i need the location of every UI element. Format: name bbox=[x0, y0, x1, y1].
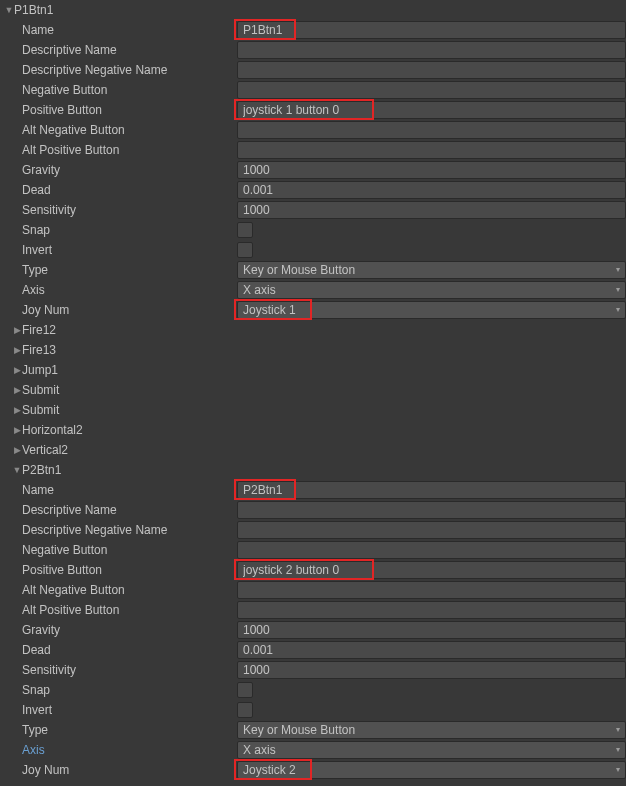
value-cell bbox=[237, 200, 626, 220]
type-dropdown[interactable]: Key or Mouse Button▾ bbox=[237, 721, 626, 739]
foldout-right-icon[interactable]: ▶ bbox=[12, 385, 22, 395]
name-input[interactable] bbox=[237, 21, 626, 39]
descriptive-negative-name-input[interactable] bbox=[237, 521, 626, 539]
name-input[interactable] bbox=[237, 481, 626, 499]
negative-button-input[interactable] bbox=[237, 81, 626, 99]
value-cell bbox=[237, 40, 626, 60]
property-row-negative-button: Negative Button bbox=[0, 540, 626, 560]
joy-num-dropdown[interactable]: Joystick 2▾ bbox=[237, 761, 626, 779]
dead-input[interactable] bbox=[237, 181, 626, 199]
property-label: Alt Negative Button bbox=[22, 123, 125, 137]
property-label: Dead bbox=[22, 643, 51, 657]
property-label: Negative Button bbox=[22, 83, 107, 97]
property-label: Descriptive Name bbox=[22, 503, 117, 517]
property-label: Snap bbox=[22, 223, 50, 237]
header-label[interactable]: Horizontal2 bbox=[22, 423, 83, 437]
header-label[interactable]: P1Btn1 bbox=[14, 3, 53, 17]
property-label: Axis bbox=[22, 283, 45, 297]
label-cell: Negative Button bbox=[4, 80, 237, 100]
property-row-descriptive-negative-name: Descriptive Negative Name bbox=[0, 60, 626, 80]
chevron-down-icon: ▾ bbox=[616, 302, 620, 318]
snap-checkbox[interactable] bbox=[237, 222, 253, 238]
descriptive-name-input[interactable] bbox=[237, 501, 626, 519]
alt-negative-button-input[interactable] bbox=[237, 581, 626, 599]
foldout-right-icon[interactable]: ▶ bbox=[12, 425, 22, 435]
invert-checkbox[interactable] bbox=[237, 702, 253, 718]
negative-button-input[interactable] bbox=[237, 541, 626, 559]
property-label: Type bbox=[22, 723, 48, 737]
chevron-down-icon: ▾ bbox=[616, 262, 620, 278]
type-dropdown[interactable]: Key or Mouse Button▾ bbox=[237, 261, 626, 279]
property-row-submit: ▶Submit bbox=[0, 380, 626, 400]
property-label: Dead bbox=[22, 183, 51, 197]
header-label[interactable]: Submit bbox=[22, 383, 59, 397]
gravity-input[interactable] bbox=[237, 621, 626, 639]
value-cell bbox=[237, 560, 626, 580]
foldout-down-icon[interactable]: ▼ bbox=[12, 465, 22, 475]
property-row-dead: Dead bbox=[0, 640, 626, 660]
header-label[interactable]: Fire12 bbox=[22, 323, 56, 337]
property-row-alt-positive-button: Alt Positive Button bbox=[0, 600, 626, 620]
dropdown-value: Joystick 2 bbox=[243, 762, 296, 778]
foldout-right-icon[interactable]: ▶ bbox=[12, 325, 22, 335]
property-label: Type bbox=[22, 263, 48, 277]
snap-checkbox[interactable] bbox=[237, 682, 253, 698]
property-row-positive-button: Positive Button bbox=[0, 100, 626, 120]
alt-positive-button-input[interactable] bbox=[237, 141, 626, 159]
foldout-right-icon[interactable]: ▶ bbox=[12, 365, 22, 375]
value-cell bbox=[237, 100, 626, 120]
label-cell: Joy Num bbox=[4, 760, 237, 780]
label-cell: Descriptive Name bbox=[4, 40, 237, 60]
header-label[interactable]: Jump1 bbox=[22, 363, 58, 377]
foldout-right-icon[interactable]: ▶ bbox=[12, 345, 22, 355]
positive-button-input[interactable] bbox=[237, 101, 626, 119]
header-label[interactable]: Fire13 bbox=[22, 343, 56, 357]
invert-checkbox[interactable] bbox=[237, 242, 253, 258]
axis-dropdown[interactable]: X axis▾ bbox=[237, 741, 626, 759]
sensitivity-input[interactable] bbox=[237, 661, 626, 679]
foldout-right-icon[interactable]: ▶ bbox=[12, 445, 22, 455]
foldout-down-icon[interactable]: ▼ bbox=[4, 5, 14, 15]
descriptive-negative-name-input[interactable] bbox=[237, 61, 626, 79]
property-label: Alt Negative Button bbox=[22, 583, 125, 597]
label-cell: Axis bbox=[4, 280, 237, 300]
header-label[interactable]: Submit bbox=[22, 403, 59, 417]
header-label[interactable]: P2Btn1 bbox=[22, 463, 61, 477]
value-cell bbox=[237, 640, 626, 660]
label-cell: ▼P1Btn1 bbox=[4, 0, 237, 20]
sensitivity-input[interactable] bbox=[237, 201, 626, 219]
joy-num-dropdown[interactable]: Joystick 1▾ bbox=[237, 301, 626, 319]
gravity-input[interactable] bbox=[237, 161, 626, 179]
property-row-snap: Snap bbox=[0, 680, 626, 700]
label-cell: Invert bbox=[4, 700, 237, 720]
axis-dropdown[interactable]: X axis▾ bbox=[237, 281, 626, 299]
value-cell: X axis▾ bbox=[237, 280, 626, 300]
label-cell: Alt Positive Button bbox=[4, 140, 237, 160]
descriptive-name-input[interactable] bbox=[237, 41, 626, 59]
alt-positive-button-input[interactable] bbox=[237, 601, 626, 619]
property-label: Name bbox=[22, 483, 54, 497]
property-label: Joy Num bbox=[22, 303, 69, 317]
value-cell bbox=[237, 480, 626, 500]
label-cell: Snap bbox=[4, 680, 237, 700]
property-row-fire13: ▶Fire13 bbox=[0, 340, 626, 360]
property-row-gravity: Gravity bbox=[0, 620, 626, 640]
property-row-axis: AxisX axis▾ bbox=[0, 740, 626, 760]
label-cell: Invert bbox=[4, 240, 237, 260]
label-cell: ▶Submit bbox=[4, 400, 237, 420]
label-cell: Positive Button bbox=[4, 100, 237, 120]
property-row-type: TypeKey or Mouse Button▾ bbox=[0, 720, 626, 740]
header-label[interactable]: Vertical2 bbox=[22, 443, 68, 457]
property-label: Gravity bbox=[22, 623, 60, 637]
property-label: Snap bbox=[22, 683, 50, 697]
value-cell bbox=[237, 140, 626, 160]
alt-negative-button-input[interactable] bbox=[237, 121, 626, 139]
property-label: Alt Positive Button bbox=[22, 143, 119, 157]
foldout-right-icon[interactable]: ▶ bbox=[12, 405, 22, 415]
value-cell bbox=[237, 700, 626, 720]
dead-input[interactable] bbox=[237, 641, 626, 659]
label-cell: Alt Negative Button bbox=[4, 580, 237, 600]
label-cell: Sensitivity bbox=[4, 200, 237, 220]
property-row-invert: Invert bbox=[0, 240, 626, 260]
positive-button-input[interactable] bbox=[237, 561, 626, 579]
